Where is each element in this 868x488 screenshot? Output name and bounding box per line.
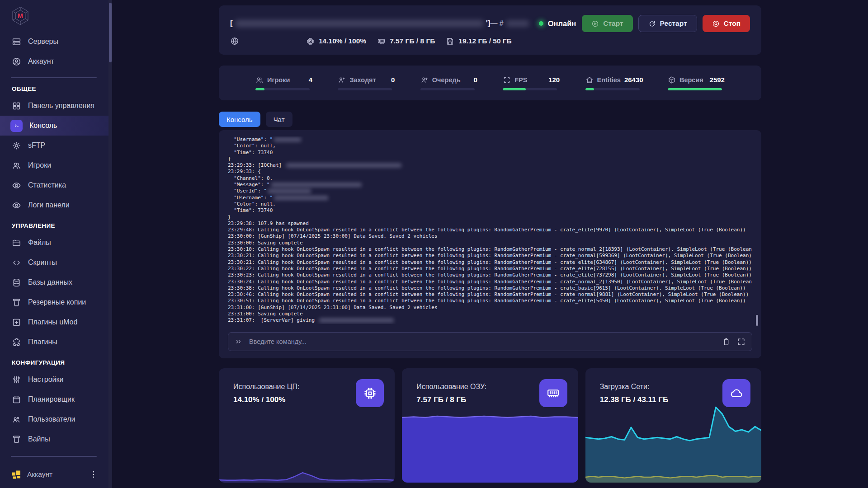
disk-usage: 19.12 ГБ / 50 ГБ [446, 37, 511, 46]
console-line: "Time": 73740 [228, 207, 752, 214]
disk-usage-value: 19.12 ГБ / 50 ГБ [458, 37, 511, 45]
console-scrollbar-thumb[interactable] [756, 315, 758, 326]
stat-progress-bar [585, 88, 640, 90]
console-line: 23:29:48: Calling hook OnLootSpawn resul… [228, 227, 752, 233]
sidebar-item-backups[interactable]: Резервные копии [0, 292, 108, 312]
ram-usage-value: 7.57 ГБ / 8 ГБ [390, 37, 435, 45]
console-line: 23:30:10: Calling hook OnLootSpawn resul… [228, 246, 752, 253]
stat-entities-row: Entities26430 [585, 76, 642, 84]
sidebar-item-databases[interactable]: Базы данных [0, 272, 108, 292]
person-plus-icon [338, 76, 346, 84]
console-line: "Username": " [228, 195, 752, 201]
sidebar-item-files[interactable]: Файлы [0, 233, 108, 253]
restart-button[interactable]: Рестарт [638, 15, 697, 32]
console-line: 23:30:24: Calling hook OnLootSpawn resul… [228, 279, 752, 285]
online-status-label: Онлайн [548, 19, 576, 28]
console-line: 23:30:00: Saving complete [228, 240, 752, 246]
players-icon [255, 76, 264, 84]
server-id-separator: — # [490, 19, 503, 28]
redacted-text [319, 318, 394, 323]
sidebar-item-label: Пользователи [28, 415, 75, 423]
prompt-icon [235, 338, 243, 346]
stat-label: Заходят [349, 76, 376, 84]
app-logo[interactable]: M [10, 5, 31, 26]
stat-queue-row: Очередь0 [420, 76, 477, 84]
console-log[interactable]: "Username": " "Color": null, "Time": 737… [228, 136, 752, 324]
kebab-menu-icon[interactable] [89, 469, 99, 479]
account-menu[interactable]: Аккаунт [0, 463, 108, 488]
sidebar-item-players[interactable]: Игроки [0, 155, 108, 175]
sidebar-item-dashboard[interactable]: Панель управления [0, 96, 108, 116]
code-icon [12, 258, 21, 267]
stat-value: 0 [473, 76, 477, 84]
fullscreen-icon[interactable] [737, 338, 745, 346]
console-line: 23:31:00: [GunShip] [07/14/2025 23:31:00… [228, 305, 752, 311]
sidebar-scrollbar-thumb[interactable] [109, 3, 112, 62]
console-line: "Time": 73740 [228, 150, 752, 156]
sidebar-item-label: Файлы [28, 239, 51, 247]
cpu-icon-badge [356, 379, 384, 407]
sidebar-item-scripts[interactable]: Скрипты [0, 253, 108, 272]
sidebar-item-label: Вайпы [28, 435, 50, 443]
sidebar-item-label: Скрипты [28, 258, 57, 267]
stat-progress-bar [420, 88, 475, 90]
sidebar-item-label: Логи панели [28, 201, 70, 209]
sidebar-scrollbar[interactable] [108, 0, 112, 488]
cloud-icon [730, 386, 744, 400]
server-name-close: '] [486, 19, 491, 28]
sidebar-item-servers[interactable]: Серверы [0, 32, 108, 52]
sidebar-item-users[interactable]: Пользователи [0, 409, 108, 429]
database-icon [12, 278, 21, 287]
redacted-text [274, 137, 301, 142]
sidebar: M СерверыАккаунтОБЩЕЕПанель управленияКо… [0, 0, 108, 488]
command-input[interactable] [248, 338, 717, 346]
console-tabs: КонсольЧат [219, 112, 761, 127]
sidebar-item-account[interactable]: Аккаунт [0, 52, 108, 71]
fps-icon [503, 76, 511, 84]
console-line: "Channel": 0, [228, 175, 752, 182]
button-label: Старт [603, 19, 623, 28]
sidebar-item-statistics[interactable]: Статистика [0, 175, 108, 195]
bucket-icon [12, 298, 21, 307]
sidebar-item-plugins-umod[interactable]: Плагины uMod [0, 312, 108, 332]
console-line: 23:30:21: Calling hook OnLootSpawn resul… [228, 253, 752, 259]
globe-icon [230, 37, 239, 46]
stat-value: 26430 [624, 76, 643, 84]
sidebar-item-console[interactable]: Консоль [0, 116, 108, 136]
sidebar-item-scheduler[interactable]: Планировщик [0, 389, 108, 409]
button-label: Рестарт [660, 19, 687, 28]
sidebar-item-label: Аккаунт [28, 57, 54, 66]
stat-queue: Очередь0 [420, 76, 477, 90]
console-panel: "Username": " "Color": null, "Time": 737… [219, 130, 761, 358]
sidebar-item-label: Настройки [28, 375, 63, 384]
console-line: 23:30:00: [GunShip] [07/14/2025 23:30:00… [228, 233, 752, 239]
start-button[interactable]: Старт [582, 15, 632, 32]
cpu-card: Использование ЦП:14.10% / 100% [219, 368, 395, 483]
cpu-usage-value: 14.10% / 100% [319, 37, 366, 45]
tab-console[interactable]: Консоль [219, 112, 260, 127]
stop-button[interactable]: Стоп [703, 15, 750, 32]
sidebar-item-sftp[interactable]: sFTP [0, 136, 108, 155]
console-line: } [228, 214, 752, 221]
tab-chat[interactable]: Чат [266, 112, 292, 127]
bucket-icon [12, 435, 21, 444]
sidebar-item-settings[interactable]: Настройки [0, 370, 108, 389]
console-line: 23:30:46: Calling hook OnLootSpawn resul… [228, 291, 752, 298]
sidebar-item-wipes[interactable]: Вайпы [0, 429, 108, 449]
servers-icon [12, 37, 21, 47]
stat-progress-bar [503, 88, 557, 90]
ram-icon [377, 37, 386, 46]
redacted-text [271, 183, 362, 187]
divider [11, 456, 97, 457]
sidebar-item-plugins[interactable]: Плагины [0, 332, 108, 352]
console-line: 23:29:33: [IQChat] [228, 162, 752, 169]
sidebar-item-label: Игроки [28, 161, 51, 169]
sidebar-item-panel-logs[interactable]: Логи панели [0, 195, 108, 215]
ram-card: Использование ОЗУ:7.57 ГБ / 8 ГБ [402, 368, 578, 483]
gear-icon [12, 141, 21, 150]
console-line: 23:29:38: 107.9 has spawned [228, 221, 752, 227]
cloud-icon-badge [722, 379, 750, 407]
copy-log-icon[interactable] [722, 338, 731, 346]
console-line: 23:30:23: Calling hook OnLootSpawn resul… [228, 272, 752, 278]
stat-label: Entities [597, 76, 621, 84]
